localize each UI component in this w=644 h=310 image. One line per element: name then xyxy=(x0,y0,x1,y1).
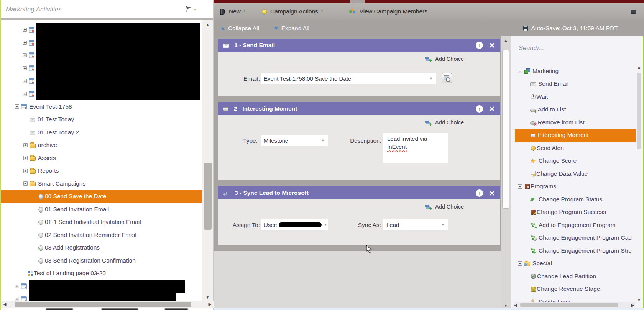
delete-step-button[interactable] xyxy=(489,106,495,112)
scroll-up-arrow-icon[interactable]: ▲ xyxy=(636,65,642,69)
tree-item-redacted[interactable]: + xyxy=(1,49,202,62)
tree-item-01-test-today-2[interactable]: 01 Test Today 2 xyxy=(1,126,202,139)
left-tree-horizontal-scrollbar[interactable]: ◀ ▶ xyxy=(1,301,214,308)
tree-item-change-revenue-stage[interactable]: Change Revenue Stage xyxy=(515,283,636,296)
scroll-up-arrow-icon[interactable]: ▲ xyxy=(501,38,511,42)
tree-item-00-send-save-the-date[interactable]: 00 Send Save the Date xyxy=(1,190,202,203)
email-select[interactable]: Event Test-1758.00 Save the Date▼ xyxy=(261,73,436,84)
tree-item-remove-from-list[interactable]: Remove from List xyxy=(515,116,636,129)
desc-textbox[interactable]: Lead invited viaInEvent xyxy=(383,133,448,163)
minus-expander-icon[interactable]: − xyxy=(15,104,19,109)
expand-all-button[interactable]: ▼ Expand All xyxy=(274,25,309,32)
email-picker-button[interactable] xyxy=(442,73,452,83)
tree-item-change-score[interactable]: Change Score xyxy=(515,155,636,168)
left-tree-hscroll-thumb[interactable] xyxy=(15,302,191,307)
plus-expander-icon[interactable]: + xyxy=(23,156,28,160)
marketing-activities-search-input[interactable] xyxy=(6,4,159,15)
plus-expander-icon[interactable]: + xyxy=(23,92,27,96)
left-tree-vertical-scrollbar[interactable]: ▲ ▼ xyxy=(202,20,213,301)
tree-item-redacted[interactable]: + xyxy=(1,23,202,36)
tree-item-send-email[interactable]: Send Email xyxy=(515,78,636,91)
plus-expander-icon[interactable]: + xyxy=(23,79,27,83)
minus-expander-icon[interactable]: − xyxy=(23,181,28,186)
tree-item-send-alert[interactable]: Send Alert xyxy=(515,142,636,155)
scroll-right-arrow-icon[interactable]: ▶ xyxy=(631,303,634,308)
tree-item-add-to-engagement-program[interactable]: Add to Engagement Program xyxy=(515,219,636,232)
tree-item-reports[interactable]: +Reports xyxy=(1,165,202,178)
plus-expander-icon[interactable]: + xyxy=(23,41,27,45)
tree-item-change-data-value[interactable]: Change Data Value xyxy=(515,167,636,180)
plus-expander-icon[interactable]: + xyxy=(23,169,28,173)
move-step-up-button[interactable] xyxy=(476,42,483,49)
tree-item-assets[interactable]: +Assets xyxy=(1,152,202,165)
tree-item-change-program-status[interactable]: Change Program Status xyxy=(515,193,636,206)
palette-vertical-scrollbar[interactable]: ▲ ▼ xyxy=(636,65,642,302)
tree-item-add-to-list[interactable]: Add to List xyxy=(515,103,636,116)
tree-item-03-send-registration-confirmation[interactable]: 03 Send Registration Confirmation xyxy=(1,254,202,267)
minus-expander-icon[interactable]: − xyxy=(518,184,522,189)
tree-item-interesting-moment[interactable]: Interesting Moment xyxy=(515,129,636,142)
flow-step-header[interactable]: 2 - Interesting Moment xyxy=(218,102,500,115)
assign-select[interactable]: User:▼ xyxy=(261,219,328,230)
palette-hscroll-thumb[interactable] xyxy=(520,303,618,307)
scroll-right-arrow-icon[interactable]: ▶ xyxy=(209,302,212,307)
plus-expander-icon[interactable]: + xyxy=(23,143,28,147)
scroll-down-arrow-icon[interactable]: ▼ xyxy=(202,295,213,299)
scroll-left-arrow-icon[interactable]: ◀ xyxy=(3,302,6,307)
tree-item-wait[interactable]: Wait xyxy=(515,90,636,103)
tree-item-test-of-landing-page-03-20[interactable]: Test of Landing page 03-20 xyxy=(1,267,202,280)
plus-expander-icon[interactable]: + xyxy=(23,66,27,70)
tree-item-change-engagement-program-stre[interactable]: Change Engagement Program Stre xyxy=(515,244,636,257)
scroll-up-arrow-icon[interactable]: ▲ xyxy=(202,23,213,27)
scroll-down-arrow-icon[interactable]: ▼ xyxy=(636,298,642,302)
tree-item-01-send-invitation-email[interactable]: 01 Send Invitation Email xyxy=(1,203,202,216)
move-step-up-button[interactable] xyxy=(476,105,483,113)
view-campaign-members-button[interactable]: View Campaign Members xyxy=(349,8,427,15)
flow-step-header[interactable]: 3 - Sync Lead to Microsoft xyxy=(218,186,500,199)
tree-item-change-lead-partition[interactable]: Change Lead Partition xyxy=(515,270,636,283)
plus-expander-icon[interactable]: + xyxy=(15,284,19,288)
plus-expander-icon[interactable]: + xyxy=(23,28,27,32)
tree-item-01-test-today[interactable]: 01 Test Today xyxy=(1,113,202,126)
panel-layout-button[interactable] xyxy=(631,8,638,15)
tree-item-smart-campaigns[interactable]: −Smart Campaigns xyxy=(1,177,202,190)
tree-item-event-test-1758[interactable]: −Event Test-1758 xyxy=(1,100,202,113)
type-select[interactable]: Milestone▼ xyxy=(261,135,328,146)
move-step-up-button[interactable] xyxy=(476,189,483,197)
tree-item-special[interactable]: −Special xyxy=(515,257,636,270)
scroll-left-arrow-icon[interactable]: ◀ xyxy=(514,303,517,308)
tree-item-03-add-registrations[interactable]: 03 Add Registrations xyxy=(1,241,202,255)
palette-search-input[interactable] xyxy=(519,42,603,53)
collapse-all-button[interactable]: ▲ Collapse All xyxy=(220,25,259,32)
plus-expander-icon[interactable]: + xyxy=(15,297,19,301)
tree-item-redacted[interactable]: + xyxy=(1,293,202,301)
flow-vertical-scrollbar[interactable]: ▲ ▼ xyxy=(501,36,511,310)
minus-expander-icon[interactable]: − xyxy=(518,69,522,73)
delete-step-button[interactable] xyxy=(489,190,495,196)
tree-filter-button[interactable]: ▼ xyxy=(184,5,197,14)
plus-expander-icon[interactable]: + xyxy=(23,53,27,57)
sync-select[interactable]: Lead▼ xyxy=(383,219,448,230)
tree-item-redacted[interactable]: + xyxy=(1,62,202,75)
flow-step-header[interactable]: 1 - Send Email xyxy=(218,39,500,52)
tree-item-change-program-success[interactable]: Change Program Success xyxy=(515,206,636,219)
left-tree-scroll-thumb[interactable] xyxy=(204,163,212,230)
tree-item-archive[interactable]: +archive xyxy=(1,139,202,152)
new-button[interactable]: New ▼ xyxy=(220,8,246,15)
tree-item-redacted[interactable]: + xyxy=(1,36,202,49)
palette-scroll-thumb[interactable] xyxy=(637,73,641,149)
delete-step-button[interactable] xyxy=(489,42,495,48)
tree-item-change-engagement-program-cad[interactable]: Change Engagement Program Cad xyxy=(515,232,636,245)
tree-item-programs[interactable]: −Programs xyxy=(515,180,636,193)
campaign-actions-button[interactable]: Campaign Actions ▼ xyxy=(261,8,324,15)
minus-expander-icon[interactable]: − xyxy=(518,261,522,266)
tree-item-01-1-send-individual-invitation-email[interactable]: 01-1 Send Individual Invitation Email xyxy=(1,216,202,229)
tree-item-redacted[interactable]: + xyxy=(1,280,202,293)
add-choice-button[interactable]: Add Choice xyxy=(425,56,464,62)
add-choice-button[interactable]: Add Choice xyxy=(425,204,464,210)
tree-item-redacted[interactable]: + xyxy=(1,88,202,101)
palette-horizontal-scrollbar[interactable]: ◀ ▶ xyxy=(513,302,635,308)
flow-scroll-thumb[interactable] xyxy=(502,50,509,209)
tree-item-marketing[interactable]: −Marketing xyxy=(515,65,636,78)
tree-item-redacted[interactable]: + xyxy=(1,75,202,88)
